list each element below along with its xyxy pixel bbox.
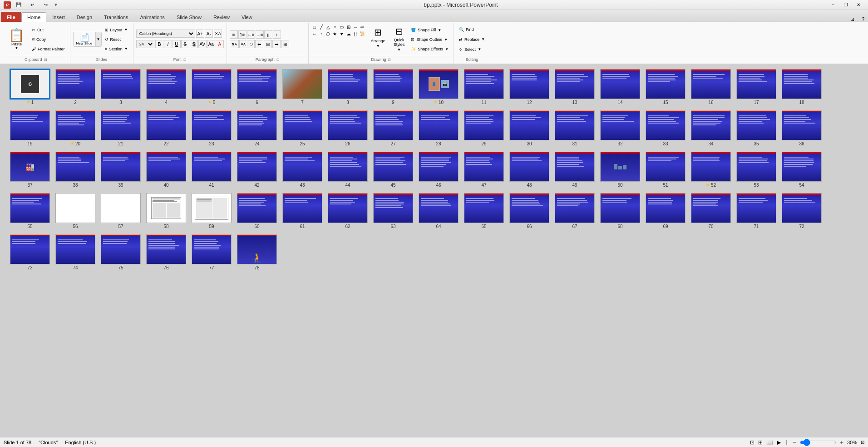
replace-btn[interactable]: ⇄ Replace ▼: [457, 35, 487, 44]
new-slide-dropdown[interactable]: ▼: [96, 32, 101, 46]
shape-fill-btn[interactable]: 🪣 Shape Fill ▼: [409, 25, 451, 35]
slide-thumb-69[interactable]: [646, 193, 686, 223]
slide-thumb-1[interactable]: ☪: [10, 69, 50, 99]
minimize-btn[interactable]: −: [827, 1, 839, 9]
tab-transitions[interactable]: Transitions: [98, 12, 134, 22]
slide-44[interactable]: 44: [327, 151, 369, 189]
slide-thumb-66[interactable]: [509, 193, 549, 223]
slide-thumb-56[interactable]: [55, 193, 95, 223]
slide-thumb-39[interactable]: [101, 152, 141, 182]
slide-9[interactable]: 9: [372, 68, 414, 106]
shape-more[interactable]: ⊞: [345, 24, 352, 30]
slide-50[interactable]: 50: [599, 151, 641, 189]
slide-thumb-67[interactable]: [555, 193, 595, 223]
slide-thumb-74[interactable]: [55, 234, 95, 264]
slide-77[interactable]: 77: [191, 233, 232, 271]
reading-view-btn[interactable]: 📖: [766, 439, 773, 446]
slide-11[interactable]: 11: [463, 68, 505, 106]
layout-button[interactable]: ⊞ Layout ▼: [103, 25, 130, 35]
slide-51[interactable]: 51: [645, 151, 686, 189]
font-launcher[interactable]: ⊡: [183, 58, 187, 62]
slide-29[interactable]: 29: [463, 109, 505, 147]
slide-thumb-73[interactable]: [10, 234, 50, 264]
slide-17[interactable]: 17: [735, 68, 777, 106]
slide-7[interactable]: 7: [281, 68, 323, 106]
slide-56[interactable]: 56: [54, 192, 96, 230]
shape-rect[interactable]: □: [311, 24, 318, 30]
slide-76[interactable]: 76: [145, 233, 187, 271]
slide-27[interactable]: 27: [372, 109, 414, 147]
italic-btn[interactable]: I: [164, 40, 172, 48]
char-spacing-btn[interactable]: AV: [198, 40, 207, 48]
slide-41[interactable]: 41: [191, 151, 232, 189]
shape-outline-btn[interactable]: ⊡ Shape Outline ▼: [409, 35, 451, 44]
align-text-btn[interactable]: ≡A: [239, 40, 247, 48]
shape-left-arrow[interactable]: ←: [311, 30, 318, 37]
paragraph-launcher[interactable]: ⊡: [276, 58, 280, 62]
align-center-btn[interactable]: ⊟: [264, 40, 272, 48]
paste-button[interactable]: 📋 Paste ▼: [5, 27, 29, 52]
slide-45[interactable]: 45: [372, 151, 414, 189]
slide-40[interactable]: 40: [145, 151, 187, 189]
slide-thumb-27[interactable]: [373, 110, 413, 140]
slide-73[interactable]: 73: [9, 233, 51, 271]
slide-46[interactable]: 46: [418, 151, 459, 189]
slide-thumb-59[interactable]: [192, 193, 232, 223]
slide-thumb-32[interactable]: [600, 110, 640, 140]
slide-thumb-2[interactable]: [55, 69, 95, 99]
slide-thumb-10[interactable]: 👤 📷: [419, 69, 459, 99]
slide-thumb-77[interactable]: [192, 234, 232, 264]
tab-design[interactable]: Design: [71, 12, 98, 22]
slide-24[interactable]: 24: [236, 109, 278, 147]
slide-thumb-57[interactable]: [101, 193, 141, 223]
strikethrough-btn[interactable]: S: [181, 40, 189, 48]
slide-10[interactable]: 👤 📷 ★10: [418, 68, 459, 106]
slide-12[interactable]: 12: [508, 68, 550, 106]
slide-thumb-54[interactable]: [782, 152, 822, 182]
font-shrink-btn[interactable]: A-: [205, 30, 213, 38]
shape-oval[interactable]: ○: [332, 24, 338, 30]
slide-54[interactable]: 54: [781, 151, 823, 189]
slide-thumb-5[interactable]: [192, 69, 232, 99]
font-name-select[interactable]: Calibri (Headings): [136, 30, 195, 38]
slide-2[interactable]: 2: [54, 68, 96, 106]
slide-23[interactable]: 23: [191, 109, 232, 147]
slide-37[interactable]: 🏭 37: [9, 151, 51, 189]
slide-thumb-34[interactable]: [691, 110, 731, 140]
find-btn[interactable]: 🔍 Find: [457, 25, 487, 34]
slide-thumb-47[interactable]: [464, 152, 504, 182]
slide-thumb-65[interactable]: [464, 193, 504, 223]
slide-thumb-55[interactable]: [10, 193, 50, 223]
close-btn[interactable]: ✕: [853, 1, 864, 9]
bullets-btn[interactable]: ≡: [230, 30, 238, 39]
slide-58[interactable]: 58: [145, 192, 187, 230]
slide-thumb-12[interactable]: [509, 69, 549, 99]
slide-thumb-14[interactable]: [600, 69, 640, 99]
section-button[interactable]: ≡ Section ▼: [103, 45, 130, 54]
slide-thumb-20[interactable]: [55, 110, 95, 140]
slide-thumb-49[interactable]: [555, 152, 595, 182]
font-color-btn[interactable]: A: [216, 40, 224, 48]
slide-75[interactable]: 75: [100, 233, 142, 271]
slide-53[interactable]: 53: [735, 151, 777, 189]
slide-thumb-43[interactable]: [282, 152, 322, 182]
slide-57[interactable]: 57: [100, 192, 142, 230]
tab-insert[interactable]: Insert: [46, 12, 71, 22]
shape-star[interactable]: ★: [332, 30, 338, 37]
slide-thumb-76[interactable]: [146, 234, 186, 264]
slide-32[interactable]: 32: [599, 109, 641, 147]
clear-format-btn[interactable]: ✕A: [214, 30, 222, 38]
shape-rect2[interactable]: ▭: [339, 24, 345, 30]
slide-thumb-68[interactable]: [600, 193, 640, 223]
slide-thumb-29[interactable]: [464, 110, 504, 140]
slide-thumb-37[interactable]: 🏭: [10, 152, 50, 182]
slide-thumb-23[interactable]: [192, 110, 232, 140]
slide-62[interactable]: 62: [327, 192, 369, 230]
shape-arrow[interactable]: →: [352, 24, 359, 30]
shape-up-arrow[interactable]: ↑: [318, 30, 325, 37]
slide-thumb-17[interactable]: [736, 69, 776, 99]
slide-thumb-33[interactable]: [646, 110, 686, 140]
slide-thumb-28[interactable]: [419, 110, 459, 140]
slide-19[interactable]: 19: [9, 109, 51, 147]
slide-thumb-70[interactable]: [691, 193, 731, 223]
